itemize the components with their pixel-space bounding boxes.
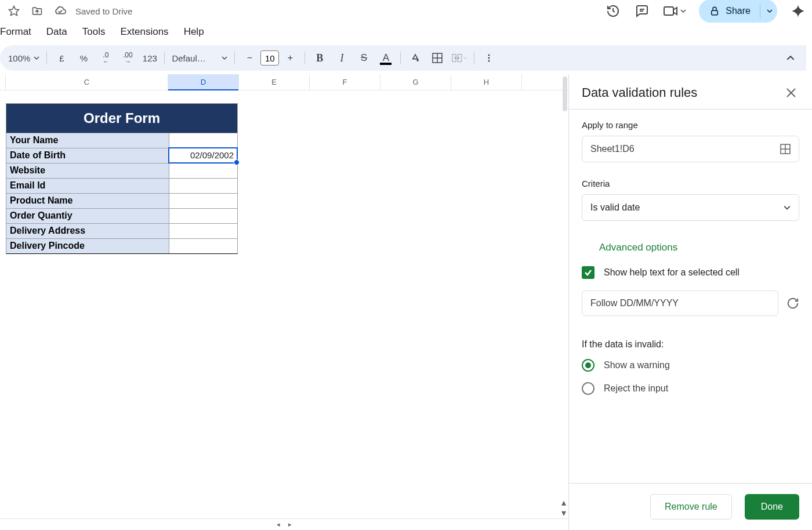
form-field-label[interactable]: Website [6, 163, 169, 178]
share-dropdown-icon[interactable] [760, 4, 774, 18]
decrease-decimal-button[interactable]: .0← [98, 50, 113, 66]
svg-marker-0 [9, 6, 19, 16]
order-form-title[interactable]: Order Form [6, 104, 237, 133]
bold-button[interactable]: B [312, 50, 327, 66]
font-size-increase-button[interactable]: + [282, 50, 298, 66]
font-size-decrease-button[interactable]: − [242, 50, 257, 66]
form-field-value[interactable]: 02/09/2002 [169, 148, 237, 163]
table-row: Website [6, 163, 237, 178]
form-field-label[interactable]: Product Name [6, 193, 169, 208]
svg-rect-4 [712, 10, 718, 15]
form-field-value[interactable] [169, 223, 237, 238]
gemini-icon[interactable] [790, 3, 806, 19]
scroll-down-button[interactable]: ▾ [559, 508, 568, 517]
order-form-table: Order Form Your NameDate of Birth02/09/2… [6, 103, 238, 254]
comment-icon[interactable] [634, 3, 650, 19]
table-row: Email Id [6, 178, 237, 193]
merge-cells-button[interactable] [452, 50, 467, 66]
radio-reject-input[interactable]: Reject the input [582, 382, 799, 395]
form-field-value[interactable] [169, 163, 237, 178]
svg-point-10 [488, 55, 490, 56]
help-text-checkbox-label: Show help text for a selected cell [604, 267, 740, 278]
form-field-value[interactable] [169, 238, 237, 253]
chevron-down-icon [34, 55, 39, 61]
menu-help[interactable]: Help [184, 26, 204, 38]
criteria-select[interactable]: Is valid date [582, 194, 799, 221]
more-toolbar-button[interactable] [481, 50, 496, 66]
borders-button[interactable] [430, 50, 445, 66]
history-icon[interactable] [605, 3, 621, 19]
text-color-button[interactable]: A [378, 50, 393, 66]
saved-status-text: Saved to Drive [75, 6, 132, 16]
remove-rule-button[interactable]: Remove rule [650, 494, 732, 520]
svg-point-11 [488, 57, 490, 59]
data-validation-panel: Data validation rules Apply to range She… [568, 74, 812, 530]
currency-button[interactable]: £ [54, 50, 69, 66]
strikethrough-button[interactable]: S [356, 50, 371, 66]
checkbox-checked-icon[interactable] [582, 266, 594, 279]
reset-icon[interactable] [786, 297, 799, 310]
menu-tools[interactable]: Tools [82, 26, 106, 38]
apply-range-label: Apply to range [582, 120, 799, 130]
scrollbar-vertical[interactable] [563, 77, 567, 111]
percent-button[interactable]: % [76, 50, 91, 66]
form-field-label[interactable]: Delivery Pincode [6, 238, 169, 253]
svg-point-12 [488, 60, 490, 62]
table-row: Your Name [6, 133, 237, 148]
scroll-up-button[interactable]: ▴ [559, 498, 568, 507]
fill-color-button[interactable] [408, 50, 423, 66]
menu-format[interactable]: Format [0, 26, 31, 38]
font-size-input[interactable] [260, 50, 279, 66]
table-row: Order Quantiy [6, 208, 237, 223]
chevron-down-icon [784, 204, 791, 211]
table-row: Date of Birth02/09/2002 [6, 148, 237, 163]
range-input[interactable]: Sheet1!D6 [582, 136, 799, 162]
move-folder-icon[interactable] [29, 3, 45, 19]
form-field-label[interactable]: Date of Birth [6, 148, 169, 163]
share-label: Share [726, 6, 751, 16]
radio-unchecked-icon [582, 382, 594, 395]
form-field-value[interactable] [169, 193, 237, 208]
done-button[interactable]: Done [745, 494, 799, 520]
form-field-value[interactable] [169, 133, 237, 148]
chevron-down-icon [222, 55, 227, 61]
share-button[interactable]: Share [699, 0, 777, 23]
form-field-label[interactable]: Email Id [6, 178, 169, 193]
menu-extensions[interactable]: Extensions [120, 26, 168, 38]
radio-checked-icon [582, 359, 594, 372]
form-field-label[interactable]: Your Name [6, 133, 169, 148]
table-row: Product Name [6, 193, 237, 208]
star-icon[interactable] [6, 3, 22, 19]
advanced-options-toggle[interactable]: Advanced options [599, 242, 799, 253]
menu-bar: Format Data Tools Extensions Help [0, 22, 812, 42]
form-field-value[interactable] [169, 178, 237, 193]
form-field-value[interactable] [169, 208, 237, 223]
form-field-label[interactable]: Order Quantiy [6, 208, 169, 223]
help-text-input[interactable] [582, 291, 778, 316]
meet-button[interactable] [663, 5, 686, 17]
svg-rect-3 [664, 7, 673, 15]
invalid-data-label: If the data is invalid: [582, 339, 799, 350]
criteria-label: Criteria [582, 179, 799, 188]
table-row: Delivery Address [6, 223, 237, 238]
help-text-checkbox-row[interactable]: Show help text for a selected cell [582, 266, 799, 279]
italic-button[interactable]: I [334, 50, 349, 66]
radio-show-warning[interactable]: Show a warning [582, 359, 799, 372]
panel-title: Data validation rules [582, 85, 697, 100]
scroll-left-button[interactable]: ◂ [274, 520, 283, 529]
collapse-toolbar-button[interactable] [783, 50, 798, 66]
toolbar: 100% £ % .0← .00→ 123 Defaul… − + B I S … [0, 45, 806, 71]
font-family-select[interactable]: Defaul… [172, 53, 227, 63]
lock-icon [709, 6, 720, 16]
form-field-label[interactable]: Delivery Address [6, 223, 169, 238]
cloud-saved-icon[interactable] [52, 3, 68, 19]
zoom-select[interactable]: 100% [8, 53, 39, 63]
number-format-button[interactable]: 123 [142, 50, 157, 66]
close-icon[interactable] [783, 85, 799, 101]
scroll-right-button[interactable]: ▸ [285, 520, 295, 529]
table-row: Delivery Pincode [6, 238, 237, 253]
menu-data[interactable]: Data [46, 26, 67, 38]
select-range-icon[interactable] [780, 144, 791, 154]
increase-decimal-button[interactable]: .00→ [120, 50, 135, 66]
